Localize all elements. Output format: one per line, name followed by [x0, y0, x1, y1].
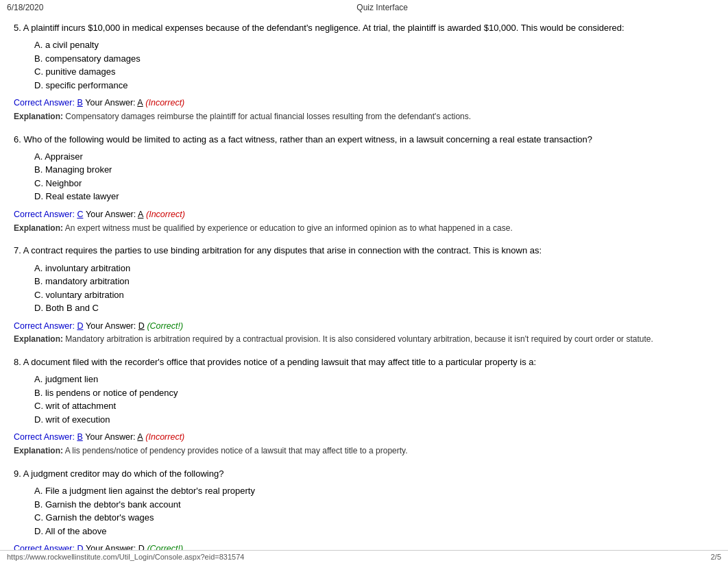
option-item: B. Managing broker: [34, 163, 714, 177]
option-item: A. Appraiser: [34, 150, 714, 164]
page-title: Quiz Interface: [356, 3, 408, 12]
result-label: (Correct!): [147, 321, 183, 331]
answer-line-6: Correct Answer: C Your Answer: A (Incorr…: [14, 208, 714, 221]
option-item: D. Both B and C: [34, 301, 714, 315]
answer-line-8: Correct Answer: B Your Answer: A (Incorr…: [14, 430, 714, 444]
options-7: A. involuntary arbitrationB. mandatory a…: [34, 262, 714, 315]
correct-answer-letter: D: [77, 321, 83, 331]
option-item: A. File a judgment lien against the debt…: [34, 484, 714, 498]
explanation-label: Explanation:: [14, 446, 63, 455]
option-item: C. voluntary arbitration: [34, 288, 714, 302]
option-item: B. compensatory damages: [34, 52, 714, 66]
options-8: A. judgment lienB. lis pendens or notice…: [34, 373, 714, 426]
options-6: A. AppraiserB. Managing brokerC. Neighbo…: [34, 150, 714, 203]
explanation-6: Explanation: An expert witness must be q…: [14, 223, 714, 234]
date-label: 6/18/2020: [7, 3, 43, 12]
result-label: (Incorrect): [146, 210, 185, 219]
correct-answer-label: Correct Answer:: [14, 210, 77, 219]
option-item: D. Real estate lawyer: [34, 190, 714, 203]
explanation-8: Explanation: A lis pendens/notice of pen…: [14, 445, 714, 457]
explanation-label: Explanation:: [14, 223, 63, 233]
question-block-9: 9. A judgment creditor may do which of t…: [14, 468, 714, 563]
your-answer-letter: A: [137, 98, 143, 108]
question-block-8: 8. A document filed with the recorder's …: [14, 356, 714, 457]
correct-answer-letter: B: [77, 98, 82, 108]
url-label: https://www.rockwellinstitute.com/Util_L…: [7, 553, 244, 561]
correct-answer-letter: C: [77, 210, 83, 219]
your-answer-label: Your Answer:: [86, 210, 138, 219]
question-block-6: 6. Who of the following would be limited…: [14, 134, 714, 234]
question-block-7: 7. A contract requires the parties to us…: [14, 245, 714, 345]
answer-line-5: Correct Answer: B Your Answer: A (Incorr…: [14, 96, 714, 110]
question-text-8: 8. A document filed with the recorder's …: [14, 356, 714, 368]
quiz-content: 5. A plaintiff incurs $10,000 in medical…: [0, 15, 728, 563]
correct-answer-label: Correct Answer:: [14, 98, 77, 108]
options-9: A. File a judgment lien against the debt…: [34, 484, 714, 538]
your-answer-letter: A: [138, 210, 143, 219]
explanation-label: Explanation:: [14, 112, 63, 121]
question-text-5: 5. A plaintiff incurs $10,000 in medical…: [14, 22, 714, 34]
your-answer-label: Your Answer:: [85, 98, 137, 108]
option-item: C. punitive damages: [34, 65, 714, 79]
option-item: C. Garnish the debtor's wages: [34, 511, 714, 525]
option-item: D. specific performance: [34, 79, 714, 92]
correct-answer-label: Correct Answer:: [14, 432, 77, 442]
option-item: A. judgment lien: [34, 373, 714, 386]
option-item: A. a civil penalty: [34, 38, 714, 52]
result-label: (Incorrect): [145, 98, 184, 108]
question-text-9: 9. A judgment creditor may do which of t…: [14, 468, 714, 480]
your-answer-label: Your Answer:: [85, 432, 137, 442]
explanation-7: Explanation: Mandatory arbitration is ar…: [14, 334, 714, 345]
option-item: D. All of the above: [34, 525, 714, 538]
result-label: (Incorrect): [145, 432, 184, 442]
question-text-7: 7. A contract requires the parties to us…: [14, 245, 714, 257]
option-item: B. mandatory arbitration: [34, 275, 714, 288]
question-block-5: 5. A plaintiff incurs $10,000 in medical…: [14, 22, 714, 123]
explanation-5: Explanation: Compensatory damages reimbu…: [14, 111, 714, 123]
your-answer-label: Your Answer:: [86, 321, 138, 331]
explanation-label: Explanation:: [14, 334, 63, 344]
your-answer-letter: A: [137, 432, 143, 442]
correct-answer-letter: B: [77, 432, 82, 442]
page-number: 2/5: [711, 553, 721, 561]
your-answer-letter: D: [138, 321, 145, 331]
question-text-6: 6. Who of the following would be limited…: [14, 134, 714, 146]
option-item: B. Garnish the debtor's bank account: [34, 498, 714, 512]
option-item: B. lis pendens or notice of pendency: [34, 386, 714, 400]
option-item: D. writ of execution: [34, 413, 714, 427]
option-item: A. involuntary arbitration: [34, 262, 714, 275]
answer-line-7: Correct Answer: D Your Answer: D (Correc…: [14, 319, 714, 333]
option-item: C. writ of attachment: [34, 399, 714, 413]
options-5: A. a civil penaltyB. compensatory damage…: [34, 38, 714, 92]
correct-answer-label: Correct Answer:: [14, 321, 77, 331]
option-item: C. Neighbor: [34, 177, 714, 190]
bottom-bar: https://www.rockwellinstitute.com/Util_L…: [0, 550, 728, 563]
